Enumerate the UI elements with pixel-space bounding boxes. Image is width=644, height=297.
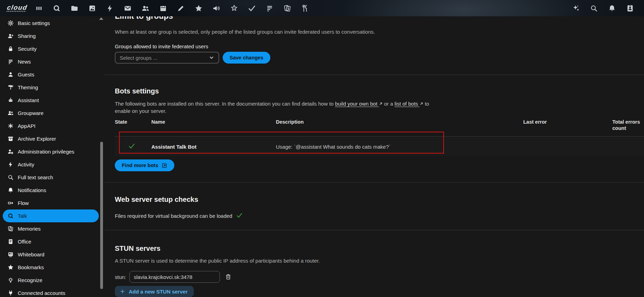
sidebar-item-full-text-search[interactable]: Full text search: [3, 171, 99, 184]
lock-icon: [7, 46, 14, 52]
notes-app-button[interactable]: [177, 4, 185, 13]
build-your-own-bot-link[interactable]: build your own bot: [335, 101, 383, 107]
tasks-app-button[interactable]: [248, 4, 256, 13]
nextcloud-logo[interactable]: cloud: [4, 5, 35, 12]
bots-table: StateNameDescriptionLast errorTotal erro…: [115, 119, 644, 156]
sidebar-item-theming[interactable]: Theming: [3, 81, 99, 94]
assistant-sparkles-button[interactable]: [572, 4, 580, 13]
contacts-app-button[interactable]: [141, 4, 150, 13]
sidebar-item-label: Archive Explorer: [18, 136, 56, 142]
sidebar-item-guests[interactable]: Guests: [3, 68, 99, 81]
sidebar-item-groupware[interactable]: Groupware: [3, 107, 99, 119]
assistant-sparkles-icon: [572, 4, 580, 13]
sidebar-item-talk[interactable]: Talk: [3, 209, 99, 222]
activity-app-button[interactable]: [106, 4, 114, 13]
announcements-app-button[interactable]: [212, 4, 221, 13]
sidebar-item-bookmarks[interactable]: Bookmarks: [3, 261, 99, 274]
paint-roller-icon: [7, 84, 14, 91]
collectives-app-button[interactable]: [194, 4, 203, 13]
contacts-menu-button[interactable]: [626, 4, 634, 13]
app-menu: [35, 4, 309, 13]
section-divider: [104, 182, 644, 183]
memories-icon: [7, 225, 14, 232]
talk-app-button[interactable]: [53, 4, 61, 13]
find-more-bots-label: Find more bots: [122, 163, 158, 168]
archive-icon: [7, 135, 14, 142]
bots-desc-text: The following bots are installed on this…: [115, 101, 334, 107]
cookbook-icon: [301, 4, 309, 13]
scrollbar-thumb[interactable]: [100, 142, 103, 289]
sidebar-item-recognize[interactable]: Recognize: [3, 274, 99, 287]
photos-icon: [88, 4, 96, 13]
dashboard-app-button[interactable]: [35, 4, 43, 13]
header-right-actions: [572, 4, 634, 13]
stun-server-input[interactable]: [129, 271, 220, 283]
limit-to-groups-heading: Limit to groups: [115, 16, 644, 21]
sidebar-item-label: Recognize: [18, 277, 42, 283]
sidebar-item-sharing[interactable]: Sharing: [3, 30, 99, 42]
bots-table-header: StateNameDescriptionLast errorTotal erro…: [115, 119, 644, 131]
sidebar-item-label: Notifications: [18, 187, 46, 193]
sidebar-item-assistant[interactable]: Assistant: [3, 94, 99, 107]
notifications-button[interactable]: [608, 4, 616, 13]
sidebar-item-security[interactable]: Security: [3, 42, 99, 55]
files-app-button[interactable]: [70, 4, 79, 13]
save-changes-button[interactable]: Save changes: [223, 52, 270, 64]
list-of-bots-link[interactable]: list of bots: [395, 101, 423, 107]
add-stun-server-label: Add a new STUN server: [129, 289, 188, 295]
add-stun-server-button[interactable]: Add a new STUN server: [115, 286, 194, 297]
sidebar-item-administration-privileges[interactable]: Administration privileges: [3, 145, 99, 158]
sidebar-item-label: Bookmarks: [18, 264, 44, 270]
sidebar-item-label: Basic settings: [18, 20, 50, 26]
contacts-icon: [7, 110, 14, 116]
column-header-total-errors-count: Total errors count: [612, 119, 644, 131]
sidebar-item-activity[interactable]: Activity: [3, 158, 99, 171]
find-more-bots-button[interactable]: Find more bots: [115, 159, 174, 171]
select-groups-dropdown[interactable]: Select groups ...: [115, 52, 219, 64]
calendar-app-button[interactable]: [159, 4, 167, 13]
bot-table-row[interactable]: Assistant Talk BotUsage: `@assistant Wha…: [115, 136, 644, 156]
bot-enabled-check-icon: [128, 142, 135, 150]
sidebar-item-label: Flow: [18, 200, 29, 206]
sidebar-item-connected-accounts[interactable]: Connected accounts: [3, 287, 99, 297]
sidebar-item-news[interactable]: News: [3, 55, 99, 68]
section-divider: [104, 75, 644, 75]
save-changes-label: Save changes: [230, 55, 263, 60]
search-button[interactable]: [590, 4, 598, 13]
sidebar-item-label: Whiteboard: [18, 251, 45, 257]
sidebar-item-archive-explorer[interactable]: Archive Explorer: [3, 132, 99, 145]
bots-settings-heading: Bots settings: [115, 87, 644, 95]
delete-stun-server-button[interactable]: [225, 273, 232, 280]
files-icon: [70, 4, 79, 13]
sidebar-item-office[interactable]: Office: [3, 235, 99, 248]
external-link-arrow-icon: [379, 100, 383, 104]
scrollbar-up-arrow[interactable]: [99, 17, 103, 20]
talk-settings-content: Limit to groups When at least one group …: [104, 16, 644, 297]
stun-protocol-label: stun:: [115, 274, 126, 280]
bot-name: Assistant Talk Bot: [151, 144, 276, 150]
limit-to-groups-description: When at least one group is selected, onl…: [115, 28, 644, 35]
recognize-app-button[interactable]: [230, 4, 238, 13]
mail-app-button[interactable]: [124, 4, 132, 13]
chevron-down-icon: [208, 54, 215, 61]
news-app-button[interactable]: [265, 4, 274, 13]
sidebar-item-appapi[interactable]: AppAPI: [3, 119, 99, 132]
cookbook-app-button[interactable]: [301, 4, 309, 13]
sidebar-item-label: Memories: [18, 226, 41, 232]
virtual-background-check-text: Files required for virtual background ca…: [115, 213, 232, 219]
sidebar-item-label: Assistant: [18, 97, 39, 103]
sidebar-item-basic-settings[interactable]: Basic settings: [3, 17, 99, 30]
memories-app-button[interactable]: [283, 4, 292, 13]
calendar-icon: [159, 4, 167, 13]
sidebar-item-label: Office: [18, 239, 31, 245]
sidebar-item-flow[interactable]: Flow: [3, 197, 99, 209]
column-header-description: Description: [276, 119, 523, 131]
stun-servers-description: A STUN server is used to determine the p…: [115, 257, 644, 264]
sidebar-item-notifications[interactable]: Notifications: [3, 184, 99, 197]
logo-text: cloud: [7, 4, 28, 11]
asterisk-icon: [7, 123, 14, 129]
logo-subtext: [6, 11, 26, 12]
sidebar-item-memories[interactable]: Memories: [3, 222, 99, 235]
sidebar-item-whiteboard[interactable]: Whiteboard: [3, 248, 99, 261]
photos-app-button[interactable]: [88, 4, 96, 13]
